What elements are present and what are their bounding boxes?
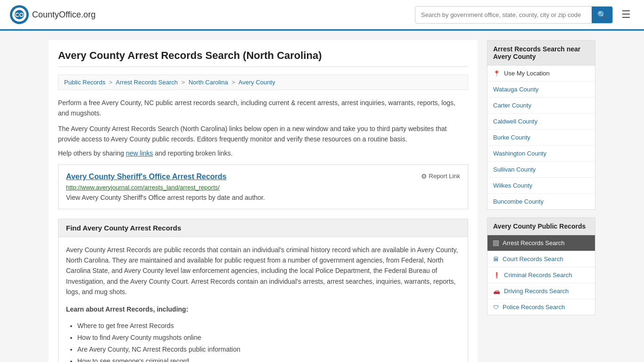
sidebar-public-records-section: Avery County Public Records Arrest Recor… (487, 217, 595, 315)
breadcrumb-public-records[interactable]: Public Records (64, 79, 105, 86)
search-input[interactable] (415, 8, 592, 22)
find-section: Find Avery County Arrest Records Avery C… (58, 219, 468, 362)
use-my-location-link[interactable]: 📍 Use My Location (487, 66, 595, 82)
page-title: Avery County Arrest Records Search (Nort… (58, 49, 468, 67)
logo-icon: CO (9, 5, 29, 25)
sidebar-carter-county[interactable]: Carter County (487, 98, 595, 114)
site-header: CO CountyOffice.org 🔍 ☰ (0, 0, 644, 31)
find-section-title: Find Avery County Arrest Records (58, 219, 468, 237)
sidebar-burke-county[interactable]: Burke County (487, 130, 595, 146)
sidebar-driving-records-search[interactable]: 🚗 Driving Records Search (487, 283, 595, 299)
sidebar-public-records-title: Avery County Public Records (487, 217, 595, 235)
find-section-paragraph: Avery County Arrest Records are public r… (66, 245, 460, 297)
logo-text: CountyOffice.org (32, 10, 96, 19)
report-link-button[interactable]: ⚙ Report Link (421, 173, 460, 180)
record-card-title: Avery County Sheriff's Office Arrest Rec… (66, 173, 227, 181)
report-icon: ⚙ (421, 173, 427, 180)
sidebar-wilkes-county[interactable]: Wilkes County (487, 178, 595, 194)
help-text: Help others by sharing new links and rep… (58, 149, 468, 157)
intro-paragraph-2: The Avery County Arrest Records Search (… (58, 123, 468, 145)
logo[interactable]: CO CountyOffice.org (9, 5, 96, 25)
sidebar-nearby-title: Arrest Records Search near Avery County (487, 40, 595, 65)
learn-title: Learn about Arrest Records, including: (66, 304, 460, 314)
content-area: Avery County Arrest Records Search (Nort… (49, 40, 478, 362)
record-url[interactable]: http://www.averyjournal.com/arrests_land… (66, 184, 460, 191)
search-bar: 🔍 (415, 6, 613, 24)
find-section-body: Avery County Arrest Records are public r… (58, 237, 468, 362)
sidebar-police-records-search[interactable]: 🛡 Police Records Search (487, 299, 595, 315)
driving-records-icon: 🚗 (493, 288, 500, 295)
sidebar-public-records-links: Arrest Records Search 🏛 Court Records Se… (487, 235, 595, 315)
breadcrumb: Public Records > Arrest Records Search >… (58, 74, 468, 90)
new-links-link[interactable]: new links (126, 149, 153, 157)
breadcrumb-avery-county[interactable]: Avery County (239, 79, 275, 86)
main-container: Avery County Arrest Records Search (Nort… (39, 31, 605, 362)
hamburger-menu-button[interactable]: ☰ (618, 7, 635, 23)
record-title-link[interactable]: Avery County Sheriff's Office Arrest Rec… (66, 173, 227, 181)
arrest-records-icon (493, 240, 499, 246)
sidebar-criminal-records-search[interactable]: ❗ Criminal Records Search (487, 267, 595, 283)
sidebar-buncombe-county[interactable]: Buncombe County (487, 194, 595, 209)
sidebar-caldwell-county[interactable]: Caldwell County (487, 114, 595, 130)
record-description: View Avery County Sheriff's Office arres… (66, 194, 460, 201)
learn-list: Where to get free Arrest Records How to … (66, 321, 460, 362)
sidebar-watauga-county[interactable]: Watauga County (487, 82, 595, 98)
search-button[interactable]: 🔍 (592, 7, 612, 23)
list-item: Where to get free Arrest Records (77, 321, 460, 331)
breadcrumb-north-carolina[interactable]: North Carolina (189, 79, 228, 86)
court-records-icon: 🏛 (493, 256, 499, 263)
header-search-area: 🔍 ☰ (415, 6, 635, 24)
police-records-icon: 🛡 (493, 304, 499, 311)
record-card: Avery County Sheriff's Office Arrest Rec… (58, 165, 468, 209)
location-pin-icon: 📍 (493, 70, 500, 77)
svg-text:CO: CO (15, 12, 24, 18)
criminal-records-icon: ❗ (493, 272, 500, 279)
sidebar-sullivan-county[interactable]: Sullivan County (487, 162, 595, 178)
sidebar-nearby-section: Arrest Records Search near Avery County … (487, 40, 595, 210)
breadcrumb-arrest-records[interactable]: Arrest Records Search (116, 79, 178, 86)
intro-paragraph-1: Perform a free Avery County, NC public a… (58, 98, 468, 119)
sidebar-nearby-links: 📍 Use My Location Watauga County Carter … (487, 65, 595, 210)
sidebar-arrest-records-search[interactable]: Arrest Records Search (487, 235, 595, 251)
list-item: How to see someone's criminal record (77, 356, 460, 362)
sidebar-washington-county[interactable]: Washington County (487, 146, 595, 162)
record-card-header: Avery County Sheriff's Office Arrest Rec… (66, 173, 460, 181)
sidebar-court-records-search[interactable]: 🏛 Court Records Search (487, 251, 595, 267)
sidebar: Arrest Records Search near Avery County … (487, 40, 595, 362)
list-item: Are Avery County, NC Arrest Records publ… (77, 345, 460, 354)
list-item: How to find Avery County mugshots online (77, 333, 460, 343)
